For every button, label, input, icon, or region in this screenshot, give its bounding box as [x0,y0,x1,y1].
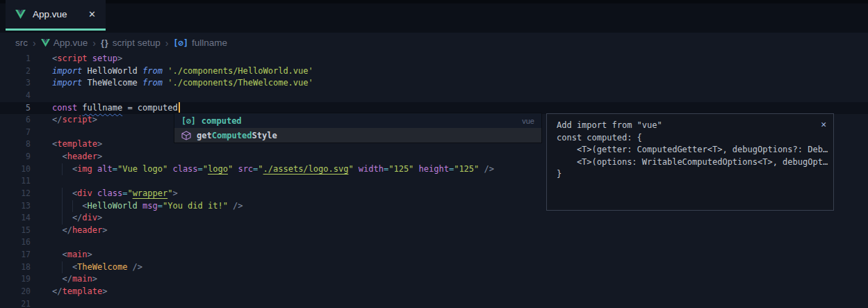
code-text: import HelloWorld from './components/Hel… [52,66,313,76]
code-line-2[interactable]: 2import HelloWorld from './components/He… [0,65,868,78]
vue-logo-icon [15,10,26,19]
suggestion-label: computed [202,116,242,126]
suggestion-source: vue [522,117,534,125]
braces-icon: {} [101,38,109,48]
breadcrumb-item-app-vue[interactable]: App.vue [41,38,88,48]
breadcrumb-label: App.vue [54,38,88,48]
breadcrumb-label: fullname [192,38,227,48]
breadcrumb-label: script setup [113,38,161,48]
code-line-17[interactable]: 17 <main> [0,249,868,261]
docs-content: Add import from "vue"const computed: { <… [557,120,824,181]
suggestion-computed[interactable]: [⊘]computedvue [174,113,541,128]
docs-line: Add import from "vue" [557,120,824,132]
line-number: 21 [0,298,31,308]
breadcrumb-item-fullname[interactable]: [⊘]fullname [173,38,227,48]
docs-line: const computed: { [557,132,824,145]
code-text: const fullname = computed [52,103,180,113]
text-cursor [179,102,180,113]
autocomplete-widget: [⊘]computedvuegetComputedStyle [174,113,542,143]
line-number: 8 [0,138,31,151]
vue-logo-icon [41,39,50,47]
breadcrumb-separator: › [33,38,36,49]
line-number: 10 [0,163,31,176]
code-line-20[interactable]: 20</template> [0,286,868,298]
line-number: 11 [0,175,31,188]
code-text: <main> [52,250,92,259]
line-number: 19 [0,273,31,286]
docs-line: <T>(options: WritableComputedOptions<T>,… [557,156,824,169]
line-number: 3 [0,77,31,90]
close-icon[interactable]: ✕ [88,10,96,19]
breadcrumb-item-src[interactable]: src [15,38,28,48]
code-text: </div> [52,213,102,222]
code-text: </header> [52,225,107,235]
breadcrumb-label: src [15,38,28,48]
line-number: 4 [0,90,31,102]
docs-line: } [557,168,824,181]
line-number: 6 [0,114,31,127]
line-number: 9 [0,151,31,163]
computed-symbol-icon: [⊘] [181,116,196,126]
code-text: <HelloWorld msg="You did it!" /> [52,201,243,211]
line-number: 13 [0,200,31,213]
code-text: <img alt="Vue logo" class="logo" src="./… [52,164,494,174]
code-text: </main> [52,274,97,284]
line-number: 14 [0,212,31,225]
code-text: </script> [52,115,97,124]
code-line-4[interactable]: 4 [0,90,868,102]
code-line-16[interactable]: 16 [0,236,868,249]
breadcrumb-separator: › [92,38,96,49]
breadcrumb-item-script-setup[interactable]: {}script setup [101,38,161,48]
module-cube-icon [181,131,191,140]
code-line-1[interactable]: 1<script setup> [0,53,868,65]
code-line-21[interactable]: 21 [0,298,868,308]
close-icon[interactable]: ✕ [821,119,826,129]
vue-logo-icon [15,10,26,19]
breadcrumb: src›App.vue›{}script setup›[⊘]fullname [0,33,868,53]
code-text: import TheWelcome from './components/The… [52,78,313,88]
suggestion-getcomputedstyle[interactable]: getComputedStyle [174,128,541,143]
line-number: 15 [0,225,31,237]
code-line-15[interactable]: 15 </header> [0,225,868,237]
code-editor-window: App.vue ✕ src›App.vue›{}script setup›[⊘]… [0,0,868,308]
code-text: <header> [52,152,102,161]
code-line-14[interactable]: 14 </div> [0,212,868,225]
line-number: 5 [0,102,31,115]
tab-bar: App.vue ✕ [0,0,868,33]
docs-line: <T>(getter: ComputedGetter<T>, debugOpti… [557,144,824,156]
code-text: <script setup> [52,54,122,63]
line-number: 20 [0,286,31,298]
code-text: <TheWelcome /> [52,262,142,272]
line-number: 12 [0,188,31,200]
code-line-3[interactable]: 3import TheWelcome from './components/Th… [0,77,868,90]
line-number: 18 [0,261,31,274]
suggestion-label: getComputedStyle [197,131,277,140]
code-line-19[interactable]: 19 </main> [0,273,868,286]
code-text: </template> [52,286,107,296]
code-line-18[interactable]: 18 <TheWelcome /> [0,261,868,274]
code-text: <div class="wrapper"> [52,188,178,198]
line-number: 2 [0,65,31,78]
line-number: 7 [0,127,31,139]
code-text: <template> [52,139,102,149]
tab-title: App.vue [33,9,67,19]
tab-app-vue[interactable]: App.vue ✕ [6,0,106,31]
computed-symbol-icon: [⊘] [173,38,188,48]
breadcrumb-separator: › [165,38,169,49]
line-number: 17 [0,249,31,261]
suggestion-docs-panel: Add import from "vue"const computed: { <… [546,113,834,211]
line-number: 1 [0,53,31,65]
line-number: 16 [0,236,31,249]
